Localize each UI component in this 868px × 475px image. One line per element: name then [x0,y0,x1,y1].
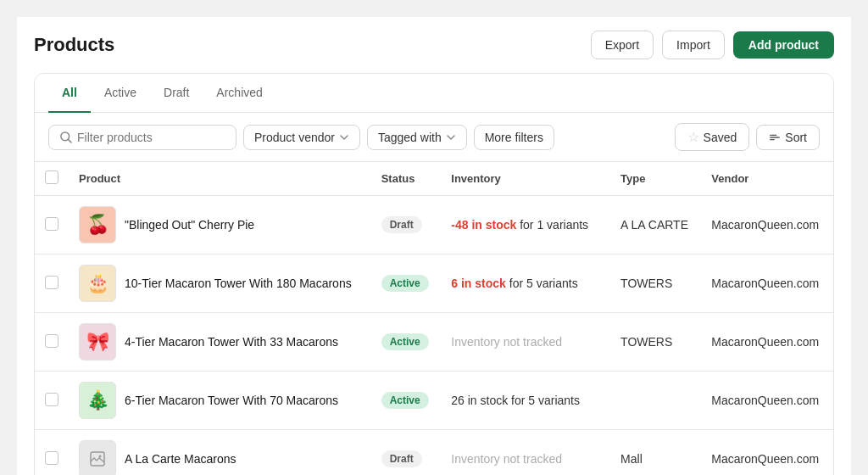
product-name: 10-Tier Macaron Tower With 180 Macarons [125,276,352,291]
tab-all[interactable]: All [48,74,91,113]
status-badge: Active [381,333,429,350]
status-badge: Active [381,275,429,292]
inventory-low: 6 in stock [451,277,506,290]
status-badge: Draft [381,216,422,233]
more-filters-button[interactable]: More filters [474,125,554,150]
products-card: All Active Draft Archived Product vendor [34,73,834,475]
product-name: "Blinged Out" Cherry Pie [125,217,254,232]
page-header: Products Export Import Add product [17,17,851,73]
svg-line-1 [69,140,71,142]
inventory-cell: Inventory not tracked [441,430,610,476]
table-row: 🎀 4-Tier Macaron Tower With 33 Macarons … [35,313,833,372]
table-row: 🍒 "Blinged Out" Cherry Pie Draft-48 in s… [35,196,833,254]
type-column-header: Type [610,162,701,196]
product-thumbnail: 🎄 [79,382,116,419]
type-cell: A LA CARTE [610,196,701,254]
product-cell: 🎀 4-Tier Macaron Tower With 33 Macarons [69,313,371,372]
table-row: A La Carte Macarons DraftInventory not t… [35,430,833,476]
product-info: 🎂 10-Tier Macaron Tower With 180 Macaron… [79,265,361,302]
search-wrap [48,125,236,150]
status-cell: Draft [371,196,442,254]
inventory-column-header: Inventory [441,162,610,196]
row-checkbox-cell [35,430,69,476]
row-checkbox[interactable] [45,451,58,465]
products-table: Product Status Inventory Type Vendor 🍒 "… [35,162,833,475]
page-title: Products [34,34,114,56]
product-cell: 🎄 6-Tier Macaron Tower With 70 Macarons [69,372,371,430]
export-button[interactable]: Export [591,31,654,59]
tagged-with-button[interactable]: Tagged with [367,125,467,150]
product-info: A La Carte Macarons [79,440,361,475]
product-info: 🎀 4-Tier Macaron Tower With 33 Macarons [79,323,361,360]
row-checkbox-cell [35,196,69,254]
page-wrapper: Products Export Import Add product All A… [17,17,851,475]
product-thumbnail: 🎀 [79,323,116,360]
product-info: 🍒 "Blinged Out" Cherry Pie [79,206,361,243]
product-cell: 🍒 "Blinged Out" Cherry Pie [69,196,371,254]
tab-archived[interactable]: Archived [203,74,275,113]
sort-icon [769,131,781,143]
inventory-text: for 5 variants [506,277,578,290]
inventory-negative: -48 in stock [451,218,516,232]
vendor-cell: MacaronQueen.com [701,254,833,313]
chevron-down-icon [446,132,456,142]
row-checkbox[interactable] [45,217,58,231]
vendor-cell: MacaronQueen.com [701,372,833,430]
product-cell: 🎂 10-Tier Macaron Tower With 180 Macaron… [69,254,371,313]
add-product-button[interactable]: Add product [733,31,834,59]
inventory-cell: -48 in stock for 1 variants [441,196,610,254]
product-info: 🎄 6-Tier Macaron Tower With 70 Macarons [79,382,361,419]
inventory-cell: Inventory not tracked [441,313,610,372]
status-badge: Active [381,392,429,409]
row-checkbox-cell [35,254,69,313]
saved-button[interactable]: ☆ Saved [675,123,750,151]
product-thumbnail: 🎂 [79,265,116,302]
product-name: A La Carte Macarons [125,451,236,467]
type-cell [610,372,701,430]
status-cell: Draft [371,430,442,476]
status-cell: Active [371,313,442,372]
chevron-down-icon [339,132,349,142]
product-thumbnail [79,440,116,475]
inventory-cell: 6 in stock for 5 variants [441,254,610,313]
tabs-container: All Active Draft Archived [35,74,833,113]
status-column-header: Status [371,162,442,196]
row-checkbox[interactable] [45,276,58,289]
svg-point-6 [99,455,102,458]
product-name: 6-Tier Macaron Tower With 70 Macarons [125,393,338,408]
filters-row: Product vendor Tagged with More filters … [35,113,833,162]
vendor-column-header: Vendor [701,162,833,196]
row-checkbox[interactable] [45,334,58,348]
product-cell: A La Carte Macarons [69,430,371,476]
star-icon: ☆ [687,129,699,145]
status-cell: Active [371,254,442,313]
product-name: 4-Tier Macaron Tower With 33 Macarons [125,334,338,349]
header-actions: Export Import Add product [591,31,834,59]
search-input[interactable] [77,131,225,144]
inventory-text: for 1 variants [516,218,588,232]
status-cell: Active [371,372,442,430]
type-cell: TOWERS [610,254,701,313]
row-checkbox-cell [35,313,69,372]
product-thumbnail: 🍒 [79,206,116,243]
row-checkbox[interactable] [45,393,58,406]
type-cell: Mall [610,430,701,476]
inventory-untracked: Inventory not tracked [451,335,562,349]
status-badge: Draft [381,450,422,467]
table-row: 🎂 10-Tier Macaron Tower With 180 Macaron… [35,254,833,313]
product-column-header: Product [69,162,371,196]
tab-draft[interactable]: Draft [150,74,203,113]
select-all-header [35,162,69,196]
import-button[interactable]: Import [662,31,725,59]
product-vendor-button[interactable]: Product vendor [243,125,360,150]
inventory-cell: 26 in stock for 5 variants [441,372,610,430]
vendor-cell: MacaronQueen.com [701,196,833,254]
type-cell: TOWERS [610,313,701,372]
select-all-checkbox[interactable] [45,170,58,184]
search-icon [59,131,72,143]
row-checkbox-cell [35,372,69,430]
vendor-cell: MacaronQueen.com [701,430,833,476]
table-row: 🎄 6-Tier Macaron Tower With 70 Macarons … [35,372,833,430]
tab-active[interactable]: Active [91,74,150,113]
sort-button[interactable]: Sort [756,125,820,150]
